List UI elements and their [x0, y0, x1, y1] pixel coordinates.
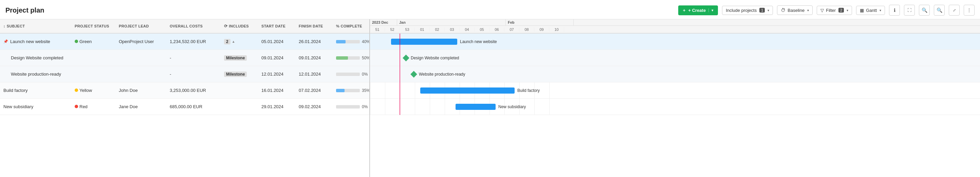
filter-icon: ▽ — [821, 8, 824, 13]
table-row[interactable]: New subsidiaryRedJane Doe685,000.00 EUR2… — [0, 99, 369, 115]
gantt-bar-label: Build factory — [517, 88, 540, 93]
status-text: Green — [80, 39, 92, 44]
cell-finish-date: 07.02.2024 — [295, 88, 332, 93]
cell-finish-date: 12.01.2024 — [295, 71, 332, 77]
zoom-in-button[interactable]: 🔍 — [919, 5, 930, 16]
more-options-icon: ⋮ — [967, 8, 972, 13]
gantt-month-cell: Feb — [506, 19, 574, 25]
table-row[interactable]: Build factoryYellowJohn Doe3,253,000.00 … — [0, 82, 369, 99]
gantt-button[interactable]: ▦ Gantt ▾ — [856, 6, 885, 15]
status-text: Red — [80, 104, 88, 109]
gantt-bar[interactable] — [455, 104, 496, 110]
status-dot — [75, 40, 78, 43]
info-button[interactable]: ℹ — [889, 5, 900, 16]
filter-button[interactable]: ▽ Filter 2 ▾ — [817, 6, 852, 15]
gantt-week-cell: 02 — [430, 27, 445, 32]
baseline-arrow: ▾ — [807, 8, 809, 12]
include-projects-button[interactable]: Include projects 1 ▾ — [722, 6, 773, 15]
gantt-icon: ▦ — [860, 8, 864, 13]
cell-start-date: 29.01.2024 — [258, 104, 295, 109]
zoom-in-icon: 🔍 — [922, 8, 928, 13]
cell-costs: 685,000.00 EUR — [166, 104, 221, 109]
cell-start-date: 05.01.2024 — [258, 39, 295, 44]
gantt-month-cell: Jan — [397, 19, 506, 25]
create-button[interactable]: + + Create ▾ — [678, 5, 718, 15]
cell-costs: - — [166, 71, 221, 77]
includes-badge: Milestone — [224, 71, 247, 77]
gantt-week-cell: 10 — [549, 27, 564, 32]
pct-label: 0% — [362, 72, 368, 77]
col-project-status: PROJECT STATUS — [71, 24, 115, 28]
cell-finish-date: 09.02.2024 — [295, 104, 332, 109]
cell-lead: OpenProject User — [115, 39, 166, 44]
cell-start-date: 12.01.2024 — [258, 71, 295, 77]
cell-includes: 2▲ — [221, 39, 258, 44]
includes-icon: ⟳ — [224, 24, 228, 28]
gantt-bar-label: Launch new website — [460, 40, 497, 44]
gantt-row[interactable]: Website production-ready — [370, 66, 980, 82]
pin-icon: 📌 — [3, 40, 8, 44]
zoom-out-button[interactable]: 🔍 — [934, 5, 945, 16]
gantt-row[interactable]: Launch new website — [370, 33, 980, 50]
cell-status: Green — [71, 39, 115, 44]
gantt-bar[interactable] — [391, 39, 457, 45]
includes-chevron-icon[interactable]: ▲ — [232, 40, 235, 43]
gantt-week-cell: 09 — [534, 27, 549, 32]
gantt-header: 2023 DecJanFeb51525301020304050607080910 — [370, 19, 980, 33]
pct-label: 0% — [362, 104, 368, 109]
gantt-week-cell: 53 — [400, 27, 415, 32]
cell-start-date: 16.01.2024 — [258, 88, 295, 93]
pct-label: 50% — [362, 55, 369, 60]
col-start-date: START DATE — [258, 24, 295, 28]
gantt-bar-label: New subsidiary — [498, 104, 526, 109]
pct-label: 40% — [362, 40, 369, 44]
gantt-row[interactable]: New subsidiary — [370, 99, 980, 115]
app-container: Project plan + + Create ▾ Include projec… — [0, 0, 980, 177]
gantt-section: 2023 DecJanFeb51525301020304050607080910… — [370, 19, 980, 177]
gantt-week-cell: 05 — [474, 27, 490, 32]
baseline-icon: ⏱ — [781, 8, 786, 13]
gantt-bar[interactable] — [420, 87, 515, 93]
plus-icon: + — [683, 8, 686, 13]
filter-count: 2 — [838, 8, 844, 13]
zoom-out-icon: 🔍 — [937, 8, 942, 13]
subject-text: Website production-ready — [11, 71, 61, 77]
cell-costs: - — [166, 55, 221, 60]
status-text: Yellow — [80, 88, 92, 93]
gantt-month-cell: 2023 Dec — [370, 19, 397, 25]
table-row[interactable]: 📌Launch new websiteGreenOpenProject User… — [0, 33, 369, 50]
fullscreen-button[interactable]: ⛶ — [904, 5, 915, 16]
table-row[interactable]: Website production-ready-Milestone12.01.… — [0, 66, 369, 82]
gantt-row[interactable]: Build factory — [370, 82, 980, 99]
cell-subject: Design Website completed — [0, 55, 71, 60]
baseline-button[interactable]: ⏱ Baseline ▾ — [777, 5, 813, 15]
cell-status: Yellow — [71, 88, 115, 93]
table-section: ↕ SUBJECT PROJECT STATUS PROJECT LEAD OV… — [0, 19, 370, 177]
include-projects-count: 1 — [759, 8, 765, 13]
gantt-week-cell: 51 — [370, 27, 385, 32]
cell-pct-complete: 0% — [332, 72, 369, 77]
cell-subject: Website production-ready — [0, 71, 71, 77]
progress-bar-fill — [336, 56, 348, 60]
milestone-diamond — [402, 55, 409, 62]
table-row[interactable]: Design Website completed-Milestone09.01.… — [0, 50, 369, 66]
header: Project plan + + Create ▾ Include projec… — [0, 0, 980, 19]
page-title: Project plan — [5, 6, 44, 14]
fit-button[interactable]: ⤢ — [949, 5, 959, 16]
gantt-bar-label: Website production-ready — [419, 72, 465, 77]
create-dropdown-arrow[interactable]: ▾ — [708, 8, 713, 12]
gantt-week-cell: 07 — [504, 27, 519, 32]
gantt-row[interactable]: Design Website completed — [370, 50, 980, 66]
cell-subject: Build factory — [0, 88, 71, 93]
gantt-week-cell: 06 — [490, 27, 504, 32]
gantt-arrow: ▾ — [880, 8, 881, 12]
more-options-button[interactable]: ⋮ — [964, 5, 975, 16]
create-label: + Create — [688, 8, 706, 13]
subject-text: New subsidiary — [3, 104, 33, 109]
col-includes: ⟳ INCLUDES — [221, 24, 258, 28]
col-finish-date: FINISH DATE — [295, 24, 332, 28]
filter-label: Filter — [826, 8, 836, 13]
gantt-months-row: 2023 DecJanFeb — [370, 19, 980, 26]
col-project-lead: PROJECT LEAD — [115, 24, 166, 28]
milestone-diamond — [410, 71, 417, 77]
